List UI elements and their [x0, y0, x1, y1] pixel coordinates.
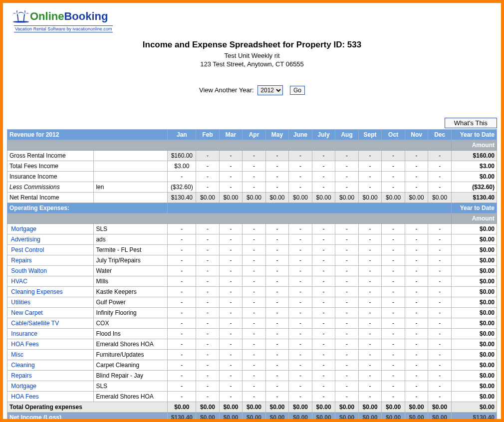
cell: -	[312, 297, 335, 308]
total-label: Total Operating expenses	[7, 402, 168, 413]
ytd-cell: $0.00	[451, 329, 497, 339]
expense-link[interactable]: Pest Control	[11, 246, 44, 253]
cell: -	[289, 287, 312, 297]
go-button[interactable]: Go	[290, 86, 305, 95]
cell: -	[382, 151, 405, 161]
cell: -	[265, 308, 289, 318]
expense-link[interactable]: Repairs	[11, 372, 31, 379]
cell: -	[265, 161, 289, 172]
cell: -	[358, 381, 382, 392]
expense-row: Pest ControlTermite - FL Pest-----------…	[7, 245, 497, 255]
cell: -	[428, 308, 452, 318]
row-label: Cleaning Expenses	[7, 287, 94, 297]
cell: -	[168, 287, 196, 297]
cell: -	[382, 234, 405, 245]
cell: -	[312, 245, 335, 255]
row-desc	[94, 161, 168, 172]
cell: $160.00	[168, 151, 196, 161]
cell: -	[168, 381, 196, 392]
cell: -	[428, 381, 452, 392]
svg-point-0	[13, 21, 29, 23]
cell: -	[243, 339, 266, 350]
cell: $0.00	[219, 193, 243, 203]
expense-link[interactable]: Mortgage	[11, 225, 36, 232]
cell: -	[428, 182, 452, 193]
cell: -	[265, 371, 289, 381]
cell: -	[289, 234, 312, 245]
cell: -	[405, 266, 428, 276]
expense-row: Cleaning ExpensesKastle Keepers---------…	[7, 287, 497, 297]
amount-subheader-row: Amount	[7, 140, 497, 151]
cell: -	[289, 381, 312, 392]
cell: $0.00	[335, 193, 359, 203]
cell: -	[335, 234, 359, 245]
cell: -	[358, 255, 382, 266]
cell: -	[428, 276, 452, 287]
expense-link[interactable]: South Walton	[11, 267, 47, 274]
cell: -	[335, 381, 359, 392]
cell: -	[335, 182, 359, 193]
expense-row: MortgageSLS------------$0.00	[7, 224, 497, 234]
expense-link[interactable]: HOA Fees	[11, 393, 38, 400]
expense-link[interactable]: New Carpet	[11, 309, 42, 316]
row-desc: len	[94, 182, 168, 193]
year-select[interactable]: 2012	[257, 85, 283, 95]
row-desc: Emerald Shores HOA	[94, 392, 168, 402]
row-desc: Blind Repair - Jay	[94, 371, 168, 381]
expense-link[interactable]: Insurance	[11, 330, 37, 337]
expense-row: UtilitiesGulf Power------------$0.00	[7, 297, 497, 308]
cell: -	[428, 360, 452, 371]
row-desc: Kastle Keepers	[94, 287, 168, 297]
cell: -	[265, 172, 289, 182]
cell: -	[168, 245, 196, 255]
row-label: Cleaning	[7, 360, 94, 371]
cell: -	[382, 287, 405, 297]
cell: $0.00	[243, 193, 266, 203]
expense-link[interactable]: HOA Fees	[11, 341, 38, 348]
revenue-row: Gross Rental Income$160.00-----------$16…	[7, 151, 497, 161]
ytd-cell: $0.00	[451, 255, 497, 266]
month-header: Nov	[405, 130, 428, 140]
cell: -	[289, 161, 312, 172]
cell: -	[405, 329, 428, 339]
cell: -	[168, 297, 196, 308]
expense-link[interactable]: Repairs	[11, 257, 31, 264]
cell: -	[196, 350, 220, 360]
cell: -	[312, 339, 335, 350]
cell: -	[382, 318, 405, 329]
cell: -	[219, 339, 243, 350]
ytd-cell: $0.00	[451, 224, 497, 234]
expense-link[interactable]: Cleaning	[11, 362, 34, 369]
unit-name: Test Unit Weekly rit	[7, 52, 497, 59]
cell: -	[358, 287, 382, 297]
expense-link[interactable]: Cleaning Expenses	[11, 288, 62, 295]
row-label: HOA Fees	[7, 392, 94, 402]
row-label: Utilities	[7, 297, 94, 308]
cell: -	[243, 287, 266, 297]
expense-link[interactable]: HVAC	[11, 278, 27, 285]
ytd-cell: $0.00	[451, 392, 497, 402]
cell: -	[382, 381, 405, 392]
expense-link[interactable]: Utilities	[11, 299, 30, 306]
cell: -	[358, 308, 382, 318]
expense-link[interactable]: Advertising	[11, 236, 40, 243]
whats-this-button[interactable]: What's This	[445, 118, 497, 128]
month-header: Jan	[168, 130, 196, 140]
cell: -	[312, 392, 335, 402]
logo-text-booking: Booking	[64, 10, 108, 23]
cell: -	[289, 308, 312, 318]
net-income-row: Net Income (Loss) $130.40 $0.00 $0.00 $0…	[7, 413, 497, 422]
cell: -	[382, 266, 405, 276]
expense-link[interactable]: Cable/Satellite TV	[11, 320, 59, 327]
expense-link[interactable]: Misc	[11, 351, 23, 358]
expense-link[interactable]: Mortgage	[11, 383, 36, 390]
cell: -	[335, 287, 359, 297]
cell: -	[289, 276, 312, 287]
cell: -	[219, 371, 243, 381]
month-header: June	[289, 130, 312, 140]
cell: -	[312, 151, 335, 161]
cell: -	[219, 287, 243, 297]
ytd-cell: $0.00	[451, 234, 497, 245]
cell: -	[196, 245, 220, 255]
cell: $0.00	[265, 193, 289, 203]
